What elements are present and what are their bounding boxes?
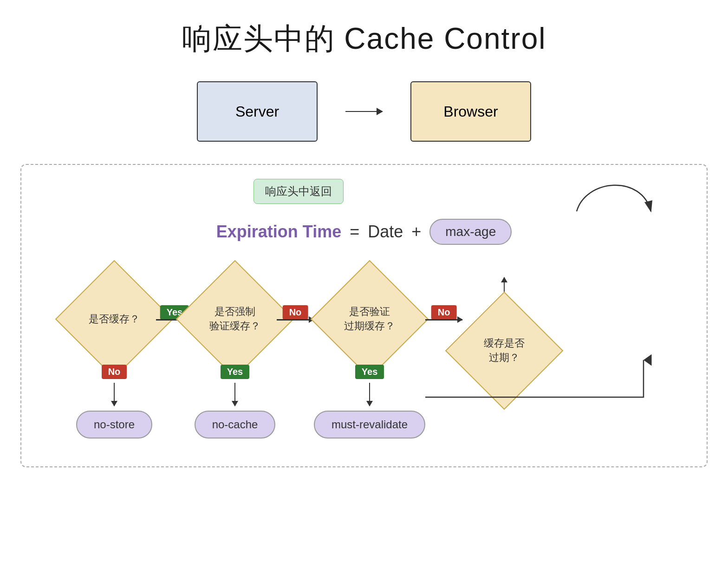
d1-no-arrow [114,383,115,406]
d1-no-badge: No [102,365,127,379]
no-cache-pill: no-cache [195,411,276,439]
diamond4-col: 缓存是否 过期？ [462,277,546,393]
server-box: Server [197,81,318,142]
d2-no-badge: No [283,305,308,320]
diamond1-text: 是否缓存？ [84,312,144,327]
expiration-date: Date [368,222,403,242]
response-header-box: 响应头中返回 [254,179,344,204]
server-label: Server [235,103,279,120]
d3-yes-badge: Yes [355,365,384,379]
expiration-plus: + [411,222,421,242]
browser-box: Browser [410,81,531,142]
must-revalidate-pill: must-revalidate [314,411,425,439]
diamond3: 是否验证 过期缓存？ [311,260,429,379]
diamond3-col: 是否验证 过期缓存？ Yes must-revalidate [314,277,425,439]
expiration-time-label: Expiration Time [216,222,341,242]
page-title: 响应头中的 Cache Control [182,19,546,59]
flow-row: 是否缓存？ No no-store Yes 是否强制 验证缓存？ Yes no-… [45,268,683,439]
server-to-browser-arrow [345,111,383,112]
arrow-line [345,111,383,112]
diamond2-text: 是否强制 验证缓存？ [205,305,265,334]
flowchart-container: 响应头中返回 Expiration Time = Date + max-age [20,164,708,467]
d3-no-arrow [425,319,462,321]
diamond4-text: 缓存是否 过期？ [474,336,534,365]
top-diagram: Server Browser [197,81,531,142]
d2-no-arrow [277,319,314,321]
browser-label: Browser [443,103,498,120]
expiration-row: Expiration Time = Date + max-age [45,219,683,245]
d3-no-badge: No [431,305,457,320]
d2-yes-badge: Yes [221,365,249,379]
maxage-pill-top: max-age [429,219,512,245]
d2-yes-arrow [234,383,236,406]
diamond4: 缓存是否 过期？ [445,292,564,410]
diamond2-col: 是否强制 验证缓存？ Yes no-cache [193,277,277,439]
no-store-pill: no-store [76,411,152,439]
expiration-equals: = [350,222,359,242]
diamond3-text: 是否验证 过期缓存？ [339,305,400,334]
response-header-label: 响应头中返回 [265,185,332,197]
d3-yes-arrow [369,383,370,406]
diamond1-col: 是否缓存？ No no-store [72,277,156,439]
